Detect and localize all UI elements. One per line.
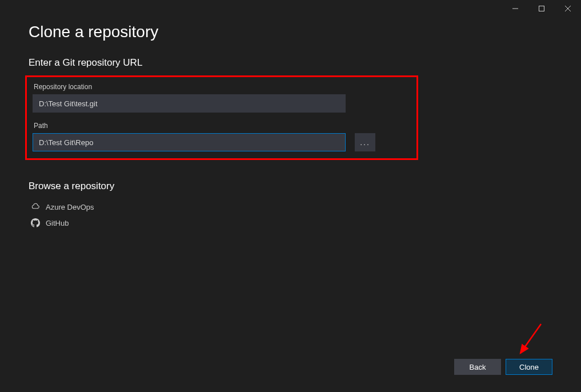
svg-line-5: [520, 324, 541, 353]
arrow-annotation-icon: [512, 321, 547, 361]
cloud-icon: [31, 202, 40, 211]
provider-github[interactable]: GitHub: [29, 215, 552, 231]
browse-repo-heading: Browse a repository: [29, 181, 552, 192]
minimize-button[interactable]: [502, 0, 528, 17]
path-row: ...: [33, 133, 411, 151]
repo-provider-list: Azure DevOps GitHub: [29, 199, 552, 231]
clone-button-label: Clone: [519, 363, 539, 371]
provider-label: Azure DevOps: [46, 203, 94, 211]
minimize-icon: [512, 6, 518, 11]
back-button-label: Back: [470, 363, 486, 371]
provider-azure-devops[interactable]: Azure DevOps: [29, 199, 552, 215]
window-titlebar: [502, 0, 581, 17]
close-button[interactable]: [555, 0, 581, 17]
path-group: Path ...: [33, 122, 411, 151]
ellipsis-icon: ...: [360, 138, 370, 147]
maximize-button[interactable]: [528, 0, 555, 17]
repo-location-group: Repository location: [33, 83, 411, 113]
repo-location-label: Repository location: [33, 83, 411, 91]
back-button[interactable]: Back: [454, 359, 501, 375]
path-input[interactable]: [33, 133, 346, 151]
provider-label: GitHub: [46, 219, 69, 227]
github-icon: [31, 218, 40, 227]
clone-button[interactable]: Clone: [506, 359, 552, 375]
dialog-footer: Back Clone: [454, 359, 552, 375]
dialog-content: Clone a repository Enter a Git repositor…: [0, 0, 581, 231]
browse-path-button[interactable]: ...: [355, 133, 375, 151]
maximize-icon: [539, 6, 544, 11]
path-label: Path: [33, 122, 411, 130]
enter-url-heading: Enter a Git repository URL: [29, 57, 552, 69]
highlighted-annotation-region: Repository location Path ...: [25, 75, 418, 160]
svg-rect-1: [539, 6, 544, 11]
close-icon: [565, 6, 571, 11]
page-title: Clone a repository: [29, 23, 552, 41]
repo-location-input[interactable]: [33, 94, 346, 113]
